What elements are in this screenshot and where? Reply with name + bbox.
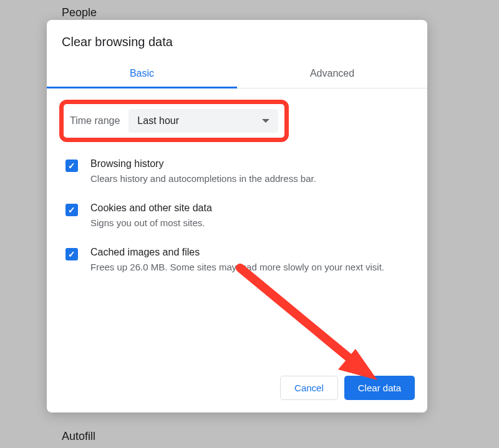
annotation-highlight-box: Time range Last hour: [59, 100, 289, 142]
checkbox-text: Cookies and other site data Signs you ou…: [90, 203, 412, 229]
checkbox-browsing-history[interactable]: ✓: [65, 160, 78, 172]
tab-basic[interactable]: Basic: [47, 59, 237, 88]
tab-basic-label: Basic: [130, 68, 154, 79]
checkbox-cache[interactable]: ✓: [65, 248, 78, 260]
checkbox-text: Browsing history Clears history and auto…: [90, 158, 412, 185]
time-range-dropdown[interactable]: Last hour: [128, 109, 278, 133]
tab-advanced[interactable]: Advanced: [237, 59, 427, 88]
clear-data-button-label: Clear data: [358, 383, 401, 393]
clear-browsing-data-dialog: Clear browsing data Basic Advanced Time …: [47, 20, 427, 412]
dialog-footer: Cancel Clear data: [47, 366, 427, 412]
cancel-button[interactable]: Cancel: [280, 376, 338, 400]
item-title: Cookies and other site data: [90, 203, 412, 214]
checkbox-item-browsing-history: ✓ Browsing history Clears history and au…: [62, 158, 412, 185]
dialog-tabs: Basic Advanced: [47, 59, 427, 88]
checkbox-cookies[interactable]: ✓: [65, 204, 78, 216]
item-description: Clears history and autocompletions in th…: [90, 172, 412, 185]
checkbox-text: Cached images and files Frees up 26.0 MB…: [90, 247, 412, 274]
dialog-body: Time range Last hour ✓ Browsing history …: [47, 88, 427, 366]
checkbox-item-cache: ✓ Cached images and files Frees up 26.0 …: [62, 247, 412, 274]
checkbox-item-cookies: ✓ Cookies and other site data Signs you …: [62, 203, 412, 229]
dialog-title: Clear browsing data: [47, 20, 427, 59]
time-range-label: Time range: [70, 115, 120, 126]
check-icon: ✓: [68, 161, 75, 171]
clear-data-button[interactable]: Clear data: [344, 376, 415, 400]
checkbox-list: ✓ Browsing history Clears history and au…: [62, 158, 412, 274]
chevron-down-icon: [262, 119, 269, 123]
cancel-button-label: Cancel: [294, 383, 324, 393]
item-title: Browsing history: [90, 158, 412, 169]
item-description: Frees up 26.0 MB. Some sites may load mo…: [90, 260, 412, 274]
check-icon: ✓: [68, 249, 75, 259]
item-title: Cached images and files: [90, 247, 412, 258]
item-description: Signs you out of most sites.: [90, 216, 412, 229]
tab-advanced-label: Advanced: [310, 68, 354, 79]
time-range-value: Last hour: [137, 115, 179, 126]
check-icon: ✓: [68, 205, 75, 215]
